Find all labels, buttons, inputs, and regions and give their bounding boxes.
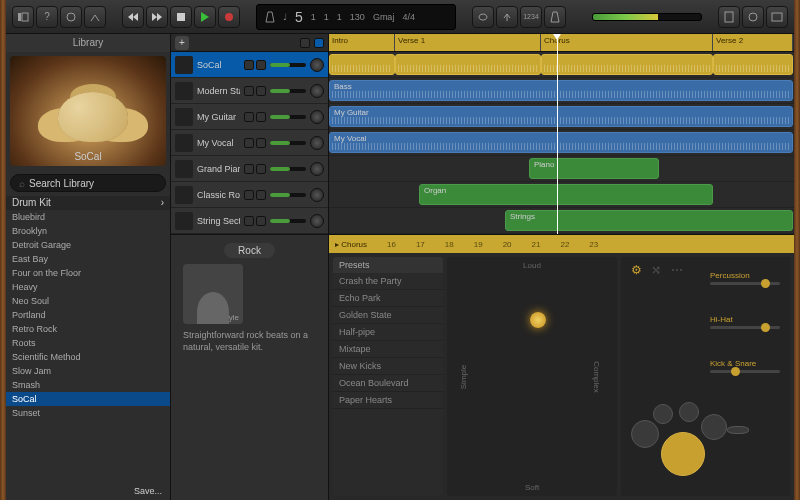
timeline-row[interactable]: [329, 52, 794, 78]
timeline-row[interactable]: Strings: [329, 208, 794, 234]
timeline-row[interactable]: My Guitar: [329, 104, 794, 130]
master-level-meter[interactable]: [592, 13, 702, 21]
library-item[interactable]: Scientific Method: [6, 350, 170, 364]
track-volume[interactable]: [270, 115, 306, 119]
count-in-button[interactable]: 1234: [520, 6, 542, 28]
library-item[interactable]: SoCal: [6, 392, 170, 406]
track-volume[interactable]: [270, 167, 306, 171]
stop-button[interactable]: [170, 6, 192, 28]
arrangement-marker[interactable]: Intro: [329, 34, 395, 51]
add-track-button[interactable]: +: [175, 36, 189, 50]
cycle-button[interactable]: [472, 6, 494, 28]
timeline-row[interactable]: My Vocal: [329, 130, 794, 156]
library-item[interactable]: Heavy: [6, 280, 170, 294]
playhead[interactable]: [557, 34, 558, 234]
preset-item[interactable]: Echo Park: [333, 290, 443, 307]
library-item[interactable]: Neo Soul: [6, 294, 170, 308]
region[interactable]: Strings: [505, 210, 793, 231]
region[interactable]: [713, 54, 793, 75]
mute-button[interactable]: [244, 86, 254, 96]
preset-item[interactable]: Half-pipe: [333, 324, 443, 341]
drummer-slider[interactable]: Hi-Hat: [710, 315, 780, 329]
tuner-button[interactable]: [496, 6, 518, 28]
mute-button[interactable]: [244, 112, 254, 122]
library-item[interactable]: Brooklyn: [6, 224, 170, 238]
region[interactable]: Bass: [329, 80, 793, 101]
track-header[interactable]: My Vocal: [171, 130, 328, 156]
track-automation-toggle[interactable]: [314, 38, 324, 48]
solo-button[interactable]: [256, 112, 266, 122]
play-button[interactable]: [194, 6, 216, 28]
media-browser-button[interactable]: [766, 6, 788, 28]
preset-item[interactable]: Crash the Party: [333, 273, 443, 290]
library-item[interactable]: East Bay: [6, 252, 170, 266]
solo-button[interactable]: [256, 138, 266, 148]
region[interactable]: Piano: [529, 158, 659, 179]
track-pan-knob[interactable]: [310, 214, 324, 228]
preset-item[interactable]: Golden State: [333, 307, 443, 324]
arrangement-marker[interactable]: Verse 2: [713, 34, 793, 51]
track-volume[interactable]: [270, 89, 306, 93]
region[interactable]: [395, 54, 541, 75]
quick-help-button[interactable]: ?: [36, 6, 58, 28]
library-item[interactable]: Slow Jam: [6, 364, 170, 378]
solo-button[interactable]: [256, 164, 266, 174]
metronome-button[interactable]: [544, 6, 566, 28]
region[interactable]: My Vocal: [329, 132, 793, 153]
library-item[interactable]: Retro Rock: [6, 322, 170, 336]
notepad-button[interactable]: [718, 6, 740, 28]
smart-controls-button[interactable]: [60, 6, 82, 28]
arrangement-marker[interactable]: Verse 1: [395, 34, 541, 51]
drummer-avatar[interactable]: Kyle: [183, 264, 243, 324]
library-category[interactable]: Drum Kit ›: [6, 196, 170, 210]
mute-button[interactable]: [244, 190, 254, 200]
mute-button[interactable]: [244, 138, 254, 148]
track-header[interactable]: My Guitar: [171, 104, 328, 130]
preset-item[interactable]: Mixtape: [333, 341, 443, 358]
swap-icon[interactable]: ⤭: [651, 263, 665, 277]
drummer-style[interactable]: Rock: [224, 243, 275, 258]
timeline[interactable]: IntroVerse 1ChorusVerse 2 BassMy GuitarM…: [329, 34, 794, 234]
library-search-input[interactable]: ⌕ Search Library: [10, 174, 166, 192]
track-pan-knob[interactable]: [310, 58, 324, 72]
track-pan-knob[interactable]: [310, 84, 324, 98]
timeline-row[interactable]: Organ: [329, 182, 794, 208]
library-save-button[interactable]: Save...: [6, 482, 170, 500]
solo-button[interactable]: [256, 190, 266, 200]
gear-icon[interactable]: ⚙: [631, 263, 645, 277]
track-volume[interactable]: [270, 63, 306, 67]
drummer-slider[interactable]: Percussion: [710, 271, 780, 285]
library-item[interactable]: Smash: [6, 378, 170, 392]
solo-button[interactable]: [256, 60, 266, 70]
editors-button[interactable]: [84, 6, 106, 28]
track-header[interactable]: Modern Stack: [171, 78, 328, 104]
preset-item[interactable]: New Kicks: [333, 358, 443, 375]
timeline-row[interactable]: Bass: [329, 78, 794, 104]
region[interactable]: My Guitar: [329, 106, 793, 127]
timeline-row[interactable]: Piano: [329, 156, 794, 182]
arrangement-marker[interactable]: Chorus: [541, 34, 713, 51]
mute-button[interactable]: [244, 216, 254, 226]
library-item[interactable]: Roots: [6, 336, 170, 350]
region[interactable]: [541, 54, 713, 75]
track-volume[interactable]: [270, 219, 306, 223]
mute-button[interactable]: [244, 164, 254, 174]
xy-pad[interactable]: Loud Soft Simple Complex: [447, 257, 617, 496]
track-volume[interactable]: [270, 193, 306, 197]
solo-button[interactable]: [256, 86, 266, 96]
region[interactable]: [329, 54, 395, 75]
track-pan-knob[interactable]: [310, 162, 324, 176]
library-item[interactable]: Sunset: [6, 406, 170, 420]
rewind-button[interactable]: [122, 6, 144, 28]
loop-browser-button[interactable]: [742, 6, 764, 28]
track-header[interactable]: Classic Rock Organ: [171, 182, 328, 208]
library-item[interactable]: Detroit Garage: [6, 238, 170, 252]
track-view-toggle[interactable]: [300, 38, 310, 48]
forward-button[interactable]: [146, 6, 168, 28]
solo-button[interactable]: [256, 216, 266, 226]
lcd-display[interactable]: ♩ 5 1 1 1 130 Gmaj 4/4: [256, 4, 456, 30]
library-item[interactable]: Portland: [6, 308, 170, 322]
arrangement-ruler[interactable]: IntroVerse 1ChorusVerse 2: [329, 34, 794, 52]
track-header[interactable]: String Section: [171, 208, 328, 234]
details-icon[interactable]: ⋯: [671, 263, 685, 277]
